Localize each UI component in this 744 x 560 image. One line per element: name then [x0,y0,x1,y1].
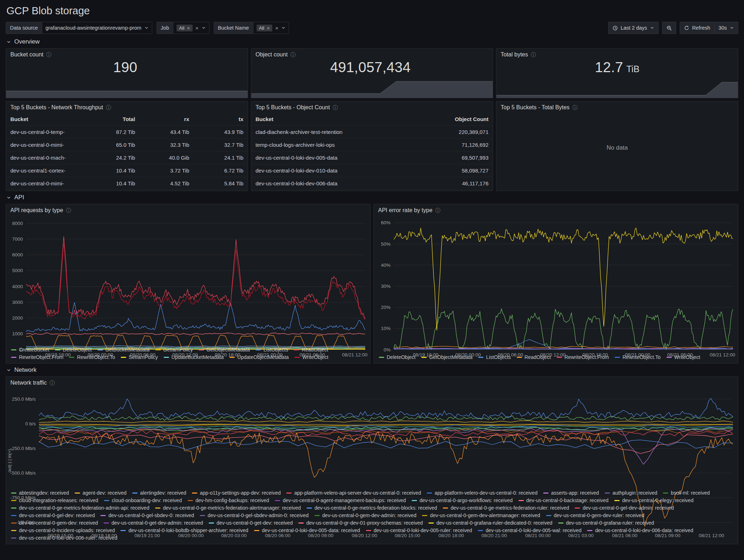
info-icon[interactable]: ⓘ [46,52,51,57]
legend-item[interactable]: GetObjectMetadata [199,347,250,352]
legend-item[interactable]: dev-us-central-0-get-dev: received [209,520,293,526]
column-header[interactable]: Total [85,116,139,122]
legend-item[interactable]: CreateBucket [11,347,49,352]
legend-item[interactable]: UpdateObjectMetadata [229,354,289,360]
legend-series-label: dev-us-central-0-grafana-ruler-dedicated… [436,520,552,526]
legend-item[interactable]: dev-us-central-0-loki-dev-005-data: rece… [254,528,360,533]
legend-item[interactable]: dev-us-central-0-loki-dev-005-ruler: rec… [366,528,472,533]
legend-series-label: ListObjects [263,347,288,352]
legend-item[interactable]: dev-us-central-0-ge-metrics-federation-r… [443,505,569,511]
legend-item[interactable]: GetObjectMetadata [421,354,472,360]
legend-item[interactable]: dev-us-central-0-grafana-ruler-dedicated… [428,520,552,526]
remove-tag-icon[interactable]: × [267,25,270,31]
remove-tag-icon[interactable]: × [187,25,190,31]
column-header[interactable]: Bucket [6,116,85,122]
legend-series-label: DeleteObject [63,347,92,352]
column-header[interactable]: tx [194,116,248,122]
legend-series-color [229,357,235,358]
zoom-out-button[interactable] [662,22,676,34]
legend-item[interactable]: ListObjects [478,354,511,360]
legend-item[interactable]: SetIamPolicy [121,354,158,360]
legend-item[interactable]: abtestingdev: received [11,490,69,496]
legend-item[interactable]: RewriteObject.From [557,354,609,360]
column-header[interactable]: rx [139,116,193,122]
legend-item[interactable]: GetBucketMetadata [98,347,150,352]
legend-item[interactable]: ReadObject [294,347,328,352]
bucket-name-filter[interactable]: Bucket Name All × × [214,22,289,34]
column-header[interactable]: Object Count [414,116,493,122]
section-header-api[interactable]: API [6,194,738,201]
legend-item[interactable]: app-platform-velero-api-server-dev-us-ce… [286,490,421,496]
legend-item[interactable]: dev-us-central-0-loki-dev-006-ruler: rec… [11,535,117,541]
legend-item[interactable]: dev-us-central-0-argo-workflows: receive… [412,498,513,503]
legend-item[interactable]: cloud-integration-releases: received [11,498,98,503]
job-filter-pill[interactable]: All × [177,25,193,31]
legend-item[interactable]: DeleteObject [379,354,416,360]
legend-item[interactable]: dev-us-central-0-gem-dev-alertmanager: r… [422,512,540,518]
legend-item[interactable]: dev-us-central-0-loki-dev-005-wal: recei… [478,528,581,533]
network-traffic-chart[interactable]: 250.0 Mb/s0 b/s-250.0 Mb/s-500.0 Mb/s-75… [6,388,738,489]
legend-item[interactable]: GetIamPolicy [155,347,193,352]
legend-item[interactable]: dev-us-central-0-backstage: received [519,498,609,503]
legend-item[interactable]: bsull-ml: received [663,490,710,496]
legend-item[interactable]: WriteObject [294,354,328,360]
info-icon[interactable]: ⓘ [291,52,296,57]
clear-filter-icon[interactable]: × [195,25,199,31]
time-range-button[interactable]: Last 2 days [608,22,659,34]
section-header-network[interactable]: Network [6,366,738,374]
legend-item[interactable]: dev-us-central-0-elegy: received [614,498,694,503]
legend-item[interactable]: dev-us-central-0-get-dev-admin: received [104,520,203,526]
legend-item[interactable]: dev-us-central-0-agent-management-backup… [275,498,406,503]
legend-item[interactable]: dev-us-central-0-incident-uploads: recei… [11,528,115,533]
info-icon[interactable]: ⓘ [572,105,577,110]
legend-item[interactable]: dev-us-central-0-gel-sbdev-0: received [100,512,194,518]
legend-item[interactable]: dev-us-central-0-gel-sbdev-admin-0: rece… [200,512,308,518]
legend-item[interactable]: authplugin: received [605,490,657,496]
datasource-picker[interactable]: Data source grafanacloud-awsintegrationr… [6,22,152,34]
info-icon[interactable]: ⓘ [66,208,71,213]
chevron-down-icon [650,26,654,30]
legend-item[interactable]: dev-us-central-0-ge-metrics-federation-a… [11,505,149,511]
legend-item[interactable]: dev-us-central-0-gr-dev-01-proxy-schemas… [298,520,423,526]
legend-item[interactable]: ListObjects [256,347,288,352]
section-header-overview[interactable]: Overview [6,38,738,45]
legend-item[interactable]: app-o11y-settings-app-dev: received [192,490,281,496]
column-header[interactable]: Bucket [251,116,414,122]
legend-item[interactable]: asserts-app: received [543,490,599,496]
refresh-interval-button[interactable]: 30s [714,22,738,34]
legend-item[interactable]: dev-us-central-0-ge-metrics-federation-b… [307,505,437,511]
job-filter[interactable]: Job All × × [157,22,209,34]
legend-item[interactable]: dev-us-central-0-gel-dev: received [11,512,95,518]
legend-item[interactable]: dev-us-central-0-loki-dev-006-data: rece… [587,528,693,533]
legend-item[interactable]: RewriteObject.To [615,354,661,360]
legend-item[interactable]: dev-us-central-0-ge-metrics-federation-a… [155,505,301,511]
legend-item[interactable]: dev-us-central-0-loki-boltdb-shipper-arc… [120,528,248,533]
legend-item[interactable]: dev-us-central-0-gel-dev-admin: received [575,505,674,511]
info-icon[interactable]: ⓘ [531,52,536,57]
legend-item[interactable]: dev-us-central-0-grafana-ruler: received [558,520,654,526]
legend-item[interactable]: ReadObject [517,354,551,360]
legend-item[interactable]: WriteObject [666,354,700,360]
info-icon[interactable]: ⓘ [333,105,338,110]
legend-item[interactable]: app-platform-velero-dev-us-central-0: re… [427,490,537,496]
info-icon[interactable]: ⓘ [50,380,55,385]
bucket-filter-pill[interactable]: All × [257,25,273,31]
legend-item[interactable]: RewriteObject.From [11,354,63,360]
legend-item[interactable]: dev-hm-config-backups: received [188,498,269,503]
legend-item[interactable]: DeleteObject [55,347,92,352]
legend-item[interactable]: dev-us-central-0-gem-dev-admin: received [314,512,417,518]
legend-item[interactable]: dev-us-central-0-gem-dev: received [11,520,98,526]
refresh-button[interactable]: Refresh [680,22,715,34]
legend-item[interactable]: UpdateBucketMetadata [164,354,224,360]
info-icon[interactable]: ⓘ [106,105,111,110]
table-cell: 3.72 Tib [139,168,193,174]
legend-item[interactable]: agent-dev: received [75,490,127,496]
clear-filter-icon[interactable]: × [275,25,278,31]
legend-item[interactable]: alertingdev: received [132,490,186,496]
info-icon[interactable]: ⓘ [435,208,440,213]
legend-item[interactable]: RewriteObject.To [69,354,115,360]
legend-item[interactable]: cloud-onboarding-dev: received [104,498,182,503]
api-requests-chart[interactable]: 01000200030004000500060007000800008/19 1… [6,215,370,346]
api-error-rate-chart[interactable]: 0%10%20%30%40%50%60%08/19 18:0008/20 00:… [374,215,738,353]
legend-item[interactable]: dev-us-central-0-gem-dev-ruler: received [546,512,645,518]
